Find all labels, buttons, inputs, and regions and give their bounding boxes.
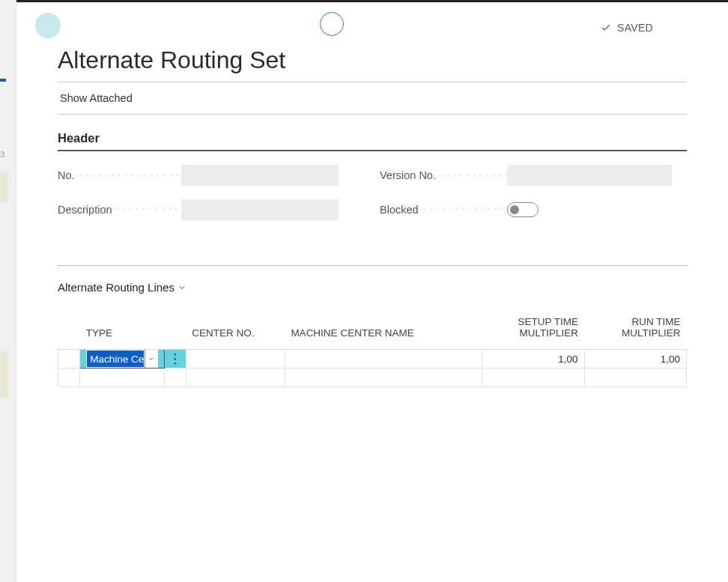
row-actions-kebab[interactable]: ●●● bbox=[164, 350, 186, 369]
type-dropdown-value[interactable]: Machine Cen bbox=[86, 350, 144, 368]
show-attached-link[interactable]: Show Attached bbox=[58, 82, 687, 114]
header-section-title: Header bbox=[58, 131, 687, 145]
blocked-label: Blocked bbox=[380, 204, 507, 216]
save-status-label: SAVED bbox=[617, 22, 653, 34]
page-title: Alternate Routing Set bbox=[58, 46, 687, 74]
no-label: No. bbox=[58, 169, 181, 181]
col-setup-mult[interactable]: SETUP TIME MULTIPLIER bbox=[482, 312, 584, 350]
description-label: Description bbox=[58, 204, 181, 216]
chevron-down-icon bbox=[178, 283, 186, 292]
description-field[interactable] bbox=[181, 199, 339, 220]
save-status: SAVED bbox=[601, 22, 653, 34]
header-avatar-circle bbox=[35, 13, 61, 38]
kebab-icon: ●●● bbox=[174, 352, 177, 366]
lines-section-toggle[interactable]: Alternate Routing Lines bbox=[58, 281, 186, 294]
col-type[interactable]: TYPE bbox=[80, 312, 164, 350]
type-dropdown-arrow[interactable] bbox=[145, 350, 158, 368]
center-no-cell[interactable] bbox=[186, 350, 285, 369]
run-mult-cell[interactable]: 1,00 bbox=[584, 350, 686, 369]
type-dropdown-cell[interactable]: Machine Cen bbox=[80, 350, 164, 369]
col-machine-name[interactable]: MACHINE CENTER NAME bbox=[285, 312, 482, 350]
machine-name-cell[interactable] bbox=[285, 350, 482, 369]
version-label: Version No. bbox=[380, 169, 507, 181]
lines-table: TYPE CENTER NO. MACHINE CENTER NAME SETU… bbox=[58, 312, 687, 387]
no-field[interactable] bbox=[181, 165, 339, 186]
lines-section-label: Alternate Routing Lines bbox=[58, 281, 175, 294]
table-row[interactable]: Machine Cen ●●● 1,00 1,00 bbox=[58, 350, 687, 369]
setup-mult-cell[interactable]: 1,00 bbox=[482, 350, 584, 369]
checkmark-icon bbox=[601, 22, 611, 33]
col-center-no[interactable]: CENTER NO. bbox=[186, 312, 285, 350]
row-marker[interactable] bbox=[58, 350, 80, 369]
header-outline-circle bbox=[320, 12, 344, 36]
blocked-toggle[interactable] bbox=[507, 202, 539, 217]
table-row[interactable] bbox=[58, 369, 687, 387]
version-field[interactable] bbox=[507, 165, 672, 186]
col-run-mult[interactable]: RUN TIME MULTIPLIER bbox=[584, 312, 686, 350]
chevron-down-icon bbox=[148, 355, 155, 363]
